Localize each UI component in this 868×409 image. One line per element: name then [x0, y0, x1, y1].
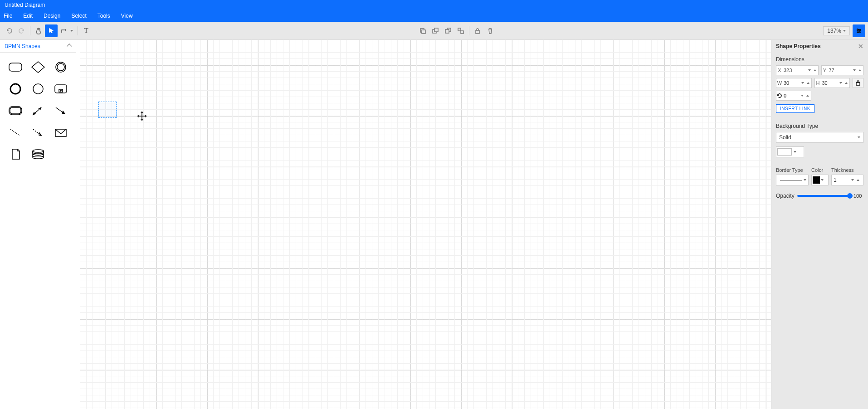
shape-palette: BPMN Shapes [0, 40, 76, 409]
undo-button[interactable] [3, 24, 15, 37]
menu-design[interactable]: Design [44, 13, 60, 19]
opacity-slider[interactable] [797, 195, 851, 197]
thickness-input[interactable]: 1 [831, 175, 863, 185]
chevron-down-icon[interactable] [800, 81, 805, 85]
chevron-down-icon [858, 136, 860, 138]
svg-rect-12 [9, 63, 22, 71]
shape-sequence-flow-open[interactable] [27, 102, 49, 120]
lock-button[interactable] [471, 24, 484, 37]
selection-marquee [98, 102, 117, 118]
menu-view[interactable]: View [121, 13, 133, 19]
rotate-icon [776, 93, 783, 98]
pointer-tool-button[interactable] [45, 24, 58, 37]
pan-tool-button[interactable] [32, 24, 45, 37]
svg-rect-20 [10, 107, 21, 114]
move-cursor-icon [139, 113, 145, 119]
close-icon[interactable]: ✕ [858, 43, 863, 50]
palette-title: BPMN Shapes [5, 43, 40, 49]
delete-button[interactable] [484, 24, 497, 37]
svg-point-15 [10, 84, 20, 94]
properties-panel: Shape Properties ✕ Dimensions X 323 Y 77 [771, 40, 868, 409]
menu-bar: File Edit Design Select Tools View [0, 10, 868, 22]
canvas[interactable] [76, 40, 771, 409]
color-swatch [777, 148, 792, 156]
svg-rect-24 [856, 83, 860, 85]
zoom-value: 137% [827, 28, 841, 34]
send-back-button[interactable] [442, 24, 454, 37]
shape-rounded-rect[interactable] [5, 58, 26, 76]
x-input[interactable]: X 323 [776, 65, 819, 75]
separator [78, 26, 78, 35]
canvas-grid [80, 40, 771, 409]
shape-start-event[interactable] [27, 80, 49, 98]
width-input[interactable]: W 30 [776, 78, 812, 88]
palette-header[interactable]: BPMN Shapes [0, 40, 76, 53]
shape-subprocess[interactable] [50, 80, 72, 98]
chevron-down-icon[interactable] [800, 94, 805, 97]
aspect-lock-button[interactable] [853, 78, 863, 88]
menu-file[interactable]: File [4, 13, 12, 19]
chevron-down-icon[interactable] [852, 68, 857, 72]
svg-rect-5 [445, 29, 449, 33]
line-style-icon [780, 180, 802, 180]
color-label: Color [811, 167, 831, 173]
shape-gateway[interactable] [27, 58, 49, 76]
svg-point-22 [33, 150, 44, 152]
svg-rect-1 [422, 30, 425, 34]
shape-sequence-flow[interactable] [50, 102, 72, 120]
chevron-up-icon[interactable] [805, 94, 810, 97]
connector-tool-button[interactable] [58, 24, 76, 37]
copy-button[interactable] [416, 24, 429, 37]
y-input[interactable]: Y 77 [821, 65, 864, 75]
separator [30, 26, 30, 35]
dimensions-label: Dimensions [776, 56, 863, 63]
background-type-label: Background Type [776, 123, 863, 129]
svg-point-9 [857, 29, 858, 29]
shape-transaction[interactable] [5, 102, 26, 120]
title-bar: Untitled Diagram [0, 0, 868, 10]
bring-front-button[interactable] [429, 24, 442, 37]
shape-message-flow[interactable] [27, 123, 49, 141]
shape-data-object[interactable] [5, 145, 26, 163]
chevron-down-icon[interactable] [839, 81, 843, 85]
shape-association[interactable] [5, 123, 26, 141]
shape-end-event[interactable] [5, 80, 26, 98]
properties-toggle-button[interactable] [853, 24, 865, 37]
chevron-down-icon [70, 30, 73, 32]
svg-rect-7 [461, 31, 463, 34]
chevron-up-icon[interactable] [858, 68, 862, 72]
chevron-up-icon[interactable] [844, 81, 848, 85]
rotation-input[interactable]: 0 [776, 91, 811, 101]
border-type-select[interactable] [776, 175, 809, 185]
menu-tools[interactable]: Tools [98, 13, 110, 19]
border-color-picker[interactable] [811, 175, 829, 185]
border-type-label: Border Type [776, 167, 811, 173]
insert-link-button[interactable]: INSERT LINK [776, 104, 814, 113]
svg-rect-6 [458, 28, 461, 31]
background-color-picker[interactable] [776, 146, 804, 157]
shape-intermediate-event[interactable] [50, 58, 72, 76]
shape-message[interactable] [50, 123, 72, 141]
slider-thumb[interactable] [847, 193, 853, 199]
toolbar: T 137% [0, 22, 868, 40]
chevron-up-icon[interactable] [806, 81, 810, 85]
chevron-up-icon[interactable] [856, 178, 860, 182]
redo-button[interactable] [15, 24, 28, 37]
svg-point-10 [859, 30, 860, 31]
text-tool-button[interactable]: T [80, 24, 93, 37]
chevron-up-icon[interactable] [813, 68, 817, 72]
background-type-select[interactable]: Solid [776, 132, 863, 143]
shape-data-store[interactable] [27, 145, 49, 163]
menu-edit[interactable]: Edit [23, 13, 33, 19]
chevron-down-icon[interactable] [807, 68, 812, 72]
menu-select[interactable]: Select [71, 13, 86, 19]
zoom-level[interactable]: 137% [823, 26, 850, 35]
svg-point-16 [33, 84, 43, 94]
chevron-down-icon [794, 151, 796, 153]
document-title: Untitled Diagram [5, 2, 45, 8]
group-button[interactable] [454, 24, 467, 37]
svg-point-23 [33, 156, 44, 159]
height-input[interactable]: H 30 [814, 78, 850, 88]
chevron-down-icon[interactable] [850, 178, 855, 182]
chevron-down-icon [821, 179, 824, 181]
